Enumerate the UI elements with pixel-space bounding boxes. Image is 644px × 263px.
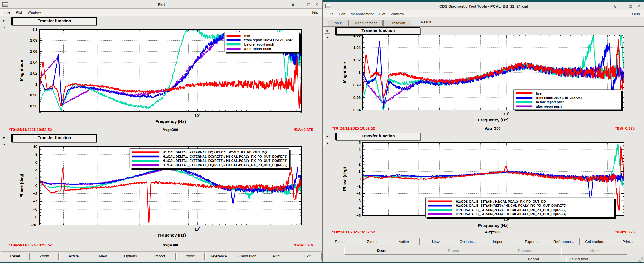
svg-text:H1:GDS-CALIB_STRAIN(REF0) / H1: H1:GDS-CALIB_STRAIN(REF0) / H1:CAL-PCALY… bbox=[456, 204, 566, 207]
phase-plot-canvas[interactable]: 1086420−2−4−6−8−10102Frequency (Hz)Phase… bbox=[0, 142, 322, 244]
statusbar: Repeat Fourier tools bbox=[324, 257, 643, 262]
svg-text:H1:CAL-DELTAL_EXTERNAL_DQ(REF1: H1:CAL-DELTAL_EXTERNAL_DQ(REF1) / H1:CAL… bbox=[163, 155, 287, 158]
menu-window[interactable]: Window bbox=[25, 10, 43, 15]
pane-detach-button[interactable]: ▶ bbox=[1, 18, 7, 23]
shade-icon[interactable]: ∧ bbox=[291, 2, 294, 7]
plot-title-tab: Transfer function bbox=[11, 17, 97, 25]
svg-text:1: 1 bbox=[35, 82, 37, 86]
svg-text:6: 6 bbox=[35, 160, 37, 164]
new-button[interactable]: New bbox=[89, 253, 117, 260]
magnitude-plot-canvas[interactable]: 1.11.081.061.041.0210.980.96102Frequency… bbox=[0, 26, 322, 125]
svg-text:H1:GDS-CALIB_STRAIN(REF4) / H1: H1:GDS-CALIB_STRAIN(REF4) / H1:CAL-PCALY… bbox=[456, 212, 566, 216]
svg-text:1.04: 1.04 bbox=[353, 46, 361, 50]
import-button[interactable]: Import... bbox=[147, 253, 176, 260]
pane-detach-button[interactable]: ▶ bbox=[324, 134, 330, 139]
svg-text:0: 0 bbox=[359, 177, 361, 181]
export-button[interactable]: Export... bbox=[176, 253, 205, 260]
phase-pane: ▶ ▲ Transfer function 1086420−2−4−6−8−10… bbox=[0, 134, 322, 250]
close-icon[interactable]: ✕ bbox=[637, 4, 640, 8]
active-button[interactable]: Active bbox=[59, 253, 88, 260]
svg-text:Frequency (Hz): Frequency (Hz) bbox=[478, 118, 509, 122]
svg-text:2: 2 bbox=[359, 162, 361, 166]
svg-text:102: 102 bbox=[195, 113, 200, 118]
minimize-icon[interactable]: _ bbox=[622, 4, 624, 8]
magnitude-pane: ▶ ▲ Transfer function 1.061.041.0210.980… bbox=[323, 26, 644, 131]
svg-text:−3: −3 bbox=[356, 199, 361, 203]
svg-text:1.1: 1.1 bbox=[32, 28, 37, 32]
reference-button[interactable]: Reference... bbox=[205, 253, 234, 260]
bw-label: *BW=0.375 bbox=[615, 126, 635, 130]
status-fourier-tools: Fourier tools bbox=[568, 257, 637, 262]
close-icon[interactable]: ✕ bbox=[315, 2, 319, 7]
calibration-button[interactable]: Calibration... bbox=[580, 238, 611, 245]
calibration-button[interactable]: Calibration... bbox=[235, 253, 263, 260]
menu-measurement[interactable]: Measurement bbox=[348, 11, 376, 17]
reset-button[interactable]: Reset bbox=[1, 253, 30, 260]
svg-text:102: 102 bbox=[195, 227, 200, 232]
maximize-icon[interactable]: □ bbox=[307, 2, 310, 7]
menubar: FilePlotWindowHelp bbox=[0, 9, 322, 16]
menu-window[interactable]: Window bbox=[388, 11, 406, 17]
print-button[interactable]: Print... bbox=[612, 238, 643, 245]
svg-text:3: 3 bbox=[359, 155, 361, 159]
tab-excitation[interactable]: Excitation bbox=[383, 20, 411, 26]
options-button[interactable]: Options... bbox=[118, 253, 147, 260]
tab-result[interactable]: Result bbox=[412, 18, 440, 26]
tab-input[interactable]: Input bbox=[328, 20, 348, 26]
new-button[interactable]: New bbox=[420, 238, 451, 245]
menu-file[interactable]: File bbox=[325, 11, 336, 17]
menu-file[interactable]: File bbox=[2, 10, 13, 15]
svg-text:−2: −2 bbox=[33, 191, 37, 196]
bw-label: *BW=0.375 bbox=[615, 230, 635, 234]
svg-text:−8: −8 bbox=[33, 215, 37, 219]
zoom-button[interactable]: Zoom bbox=[30, 253, 59, 260]
magnitude-plot-canvas[interactable]: 1.061.041.0210.980.960.94102Frequency (H… bbox=[323, 33, 644, 126]
active-button[interactable]: Active bbox=[388, 238, 419, 245]
minimize-icon[interactable]: _ bbox=[300, 2, 302, 7]
resize-grip[interactable] bbox=[638, 257, 643, 262]
plot-window-titlebar[interactable]: Plot ∧ _ □ ✕ bbox=[0, 0, 322, 9]
menu-plot[interactable]: Plot bbox=[376, 11, 388, 17]
reset-button[interactable]: Reset bbox=[324, 238, 355, 245]
svg-text:Frequency (Hz): Frequency (Hz) bbox=[155, 233, 186, 237]
menu-edit[interactable]: Edit bbox=[336, 11, 348, 17]
print-button[interactable]: Print... bbox=[264, 253, 293, 260]
tab-measurement[interactable]: Measurement bbox=[348, 20, 383, 26]
menu-help[interactable]: Help bbox=[629, 11, 643, 17]
options-button[interactable]: Options... bbox=[452, 238, 483, 245]
maximize-icon[interactable]: □ bbox=[629, 4, 632, 8]
plot-button-row: ResetZoomActiveNewOptions...Import...Exp… bbox=[1, 251, 322, 260]
plot-button-row: ResetZoomActiveNewOptions...Import...Exp… bbox=[324, 237, 643, 245]
svg-text:H1:CAL-DELTAL_EXTERNAL_DQ(REF3: H1:CAL-DELTAL_EXTERNAL_DQ(REF3) / H1:CAL… bbox=[163, 159, 287, 162]
menu-help[interactable]: Help bbox=[308, 10, 321, 15]
pane-detach-button[interactable]: ▶ bbox=[324, 28, 330, 34]
phase-plot-canvas[interactable]: 543210−1−2−3−4−5102Frequency (Hz)Phase (… bbox=[323, 139, 644, 229]
plot-footer: *T0=24/11/2025 19:52:52 Avg=300 *BW=0.37… bbox=[323, 126, 644, 131]
plot-window: Plot ∧ _ □ ✕ FilePlotWindowHelp ▶ ▲ Tran… bbox=[0, 0, 323, 262]
svg-text:4: 4 bbox=[35, 168, 38, 172]
svg-text:H1:GDS-CALIB_STRAIN / H1:CAL-P: H1:GDS-CALIB_STRAIN / H1:CAL-PCALY_RX_PD… bbox=[456, 200, 546, 203]
svg-text:from report 20251115T213724Z: from report 20251115T213724Z bbox=[244, 38, 293, 42]
pane-detach-button[interactable]: ▶ bbox=[1, 135, 7, 140]
reference-button[interactable]: Reference... bbox=[548, 238, 579, 245]
svg-text:after report push: after report push bbox=[244, 47, 271, 50]
svg-text:Frequency (Hz): Frequency (Hz) bbox=[155, 119, 186, 124]
svg-text:102: 102 bbox=[503, 112, 509, 117]
svg-text:1.06: 1.06 bbox=[30, 49, 37, 54]
diag-window: CDS Diagnostic Test Tools - PCAL_BB_11_2… bbox=[323, 2, 644, 262]
svg-text:0.98: 0.98 bbox=[353, 83, 361, 87]
menu-plot[interactable]: Plot bbox=[13, 10, 25, 15]
zoom-button[interactable]: Zoom bbox=[356, 238, 387, 245]
svg-text:1: 1 bbox=[359, 70, 361, 75]
diag-window-titlebar[interactable]: CDS Diagnostic Test Tools - PCAL_BB_11_2… bbox=[323, 2, 644, 10]
svg-text:2: 2 bbox=[35, 176, 37, 180]
exit-button[interactable]: Exit bbox=[293, 253, 322, 260]
start-button[interactable]: Start bbox=[344, 247, 418, 255]
export-button[interactable]: Export... bbox=[516, 238, 547, 245]
shade-icon[interactable]: ∧ bbox=[613, 4, 616, 8]
t0-label: *T0=24/11/2025 19:52:52 bbox=[9, 243, 52, 247]
import-button[interactable]: Import... bbox=[484, 238, 515, 245]
plot-footer: *T0=24/11/2025 19:52:52 Avg=300 *BW=0.37… bbox=[0, 243, 322, 247]
svg-text:1.02: 1.02 bbox=[30, 71, 37, 75]
svg-text:Magnitude: Magnitude bbox=[342, 62, 347, 83]
